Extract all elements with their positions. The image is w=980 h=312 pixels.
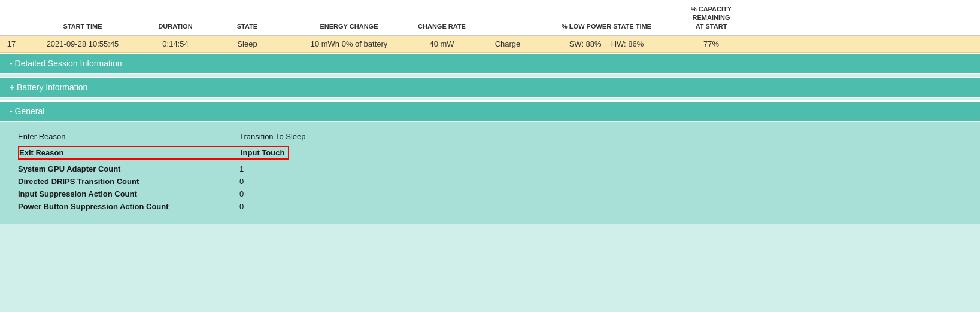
row-start: 2021-09-28 10:55:45 [23,36,142,52]
row-rate: 40 mW [412,36,472,52]
field-value-input-suppression: 0 [239,189,244,198]
field-value-exit-reason: Input Touch [241,148,284,157]
battery-info-header[interactable]: + Battery Information [0,77,980,98]
col-header-rate: CHANGE RATE [412,2,472,33]
row-cap: 77% [669,36,753,52]
field-label-input-suppression: Input Suppression Action Count [18,189,239,198]
battery-info-label: + Battery Information [10,82,87,92]
col-header-charge [472,2,544,33]
general-label: - General [10,106,44,116]
col-header-duration: DURATION [142,2,208,33]
col-header-num [0,2,23,33]
field-value-drips: 0 [239,177,244,186]
table-header: START TIME DURATION STATE ENERGY CHANGE … [0,0,980,36]
field-value-gpu: 1 [239,164,244,173]
col-header-cap: % CAPACITY REMAINING AT START [669,2,753,33]
list-item: Enter Reason Transition To Sleep [18,130,962,143]
row-duration: 0:14:54 [142,36,208,52]
field-value-enter-reason: Transition To Sleep [239,132,306,141]
field-label-drips: Directed DRIPS Transition Count [18,177,239,186]
col-header-lowpow: % LOW POWER STATE TIME [544,2,669,33]
col-header-start: START TIME [23,2,142,33]
list-item: Input Suppression Action Count 0 [18,188,962,200]
detailed-session-label: - Detailed Session Information [10,59,122,68]
row-lowpow-sw: SW: 88% [569,39,602,48]
general-content: Enter Reason Transition To Sleep Exit Re… [0,122,980,224]
row-state: Sleep [208,36,286,52]
detailed-session-header[interactable]: - Detailed Session Information [0,53,980,74]
row-lowpow-hw: HW: 86% [611,39,644,48]
list-item: Directed DRIPS Transition Count 0 [18,175,962,188]
general-header[interactable]: - General [0,100,980,122]
field-label-power-btn: Power Button Suppression Action Count [18,202,239,211]
list-item: System GPU Adapter Count 1 [18,163,962,175]
field-label-enter-reason: Enter Reason [18,132,239,141]
field-value-power-btn: 0 [239,202,244,211]
row-num: 17 [0,36,23,52]
row-lowpow: SW: 88% HW: 86% [544,36,669,52]
table-row: 17 2021-09-28 10:55:45 0:14:54 Sleep 10 … [0,36,980,53]
col-header-energy: ENERGY CHANGE [286,2,412,33]
list-item: Power Button Suppression Action Count 0 [18,200,962,213]
list-item: Exit Reason Input Touch [18,144,962,161]
row-charge: Charge [472,36,544,52]
field-label-gpu: System GPU Adapter Count [18,164,239,173]
general-section: - General Enter Reason Transition To Sle… [0,100,980,224]
field-label-exit-reason: Exit Reason [19,148,241,157]
row-energy: 10 mWh 0% of battery [286,36,412,52]
col-header-state: STATE [208,2,286,33]
